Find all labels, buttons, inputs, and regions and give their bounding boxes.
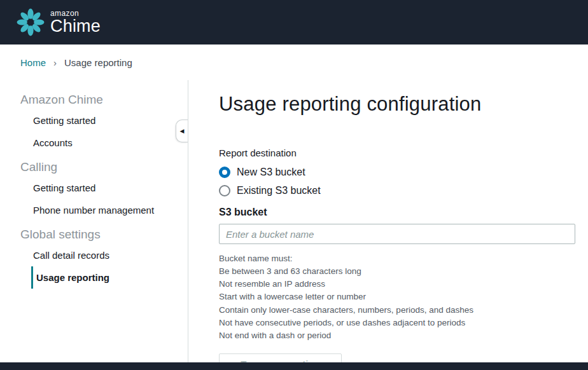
brand-chime-text: Chime [50,18,101,35]
chime-brand: amazon Chime [17,8,101,36]
chime-flower-icon [17,8,45,36]
app-header: amazon Chime [0,0,588,45]
sidebar-collapse-button[interactable]: ◀ [176,120,188,142]
sidebar: Amazon Chime Getting started Accounts Ca… [0,80,188,362]
s3-bucket-label: S3 bucket [219,207,575,218]
sidebar-item-usage-reporting[interactable]: Usage reporting [31,266,188,289]
main-content: Usage reporting configuration Report des… [188,80,588,362]
sidebar-section-header-global-settings: Global settings [20,228,188,242]
bucket-rule: Be between 3 and 63 characters long [219,265,575,277]
bucket-rule: Start with a lowercase letter or number [219,291,575,303]
breadcrumb-home-link[interactable]: Home [20,57,46,68]
brand-text: amazon Chime [50,10,101,35]
bucket-rule: Not end with a dash or period [219,329,575,341]
breadcrumb-separator-icon: › [53,57,57,68]
radio-option-existing-s3-bucket[interactable]: Existing S3 bucket [219,185,575,196]
page-title: Usage reporting configuration [219,93,575,116]
sidebar-item-call-detail-records[interactable]: Call detail records [33,244,188,266]
sidebar-item-getting-started-chime[interactable]: Getting started [33,109,188,132]
radio-label-existing-s3-bucket: Existing S3 bucket [237,185,321,196]
content-body: Amazon Chime Getting started Accounts Ca… [0,80,588,362]
sidebar-item-getting-started-calling[interactable]: Getting started [33,177,188,199]
radio-unselected-icon[interactable] [219,185,230,196]
radio-option-new-s3-bucket[interactable]: New S3 bucket [219,167,575,178]
bucket-rule: Not have consecutive periods, or use das… [219,317,575,329]
sidebar-section-header-calling: Calling [20,160,188,174]
footer-bar [0,362,588,370]
bucket-rule: Contain only lower-case characters, numb… [219,304,575,316]
breadcrumb: Home › Usage reporting [0,45,588,80]
radio-label-new-s3-bucket: New S3 bucket [237,167,305,178]
bucket-rule: Not resemble an IP address [219,278,575,290]
sidebar-section-header-amazon-chime: Amazon Chime [20,93,188,107]
bucket-name-input[interactable] [219,224,575,244]
radio-selected-icon[interactable] [219,167,230,178]
sidebar-item-accounts[interactable]: Accounts [33,132,188,154]
report-destination-label: Report destination [219,147,575,158]
sidebar-item-phone-number-management[interactable]: Phone number management [33,199,188,221]
bucket-rules-title: Bucket name must: [219,252,575,264]
bucket-name-rules: Bucket name must: Be between 3 and 63 ch… [219,252,575,341]
breadcrumb-current: Usage reporting [64,57,132,68]
page: amazon Chime Home › Usage reporting Amaz… [0,0,588,370]
collapse-arrow-icon: ◀ [180,128,185,134]
